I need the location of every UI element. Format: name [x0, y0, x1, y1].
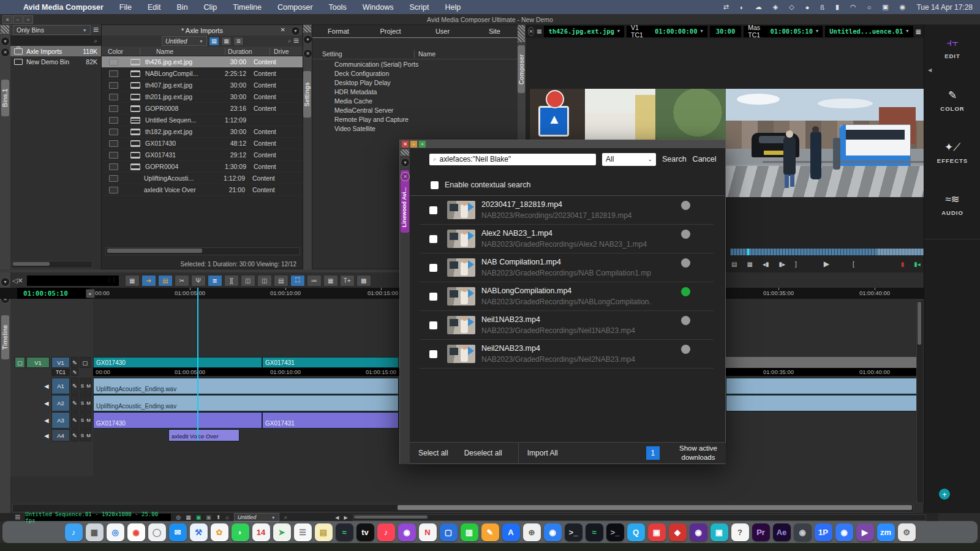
effects-palette-icon[interactable]: ▦: [323, 275, 338, 287]
a2-speaker-icon[interactable]: ◀: [43, 395, 50, 411]
settings-item[interactable]: Media Cache: [312, 96, 521, 105]
master-tc-display[interactable]: Mas TC1 01:00:05:10 ▼: [744, 26, 823, 37]
dock-app-audio-editor[interactable]: ≈: [336, 523, 353, 541]
show-active-downloads-button[interactable]: Show active downloads: [679, 444, 717, 462]
source-clip-selector[interactable]: th426.jpg.ext.jpg▼: [544, 26, 624, 37]
green-media-icon[interactable]: ▣: [196, 514, 202, 520]
bin-filter-dropdown[interactable]: Only Bins▼: [13, 25, 91, 35]
settings-item[interactable]: Deck Configuration: [312, 69, 521, 78]
dock-app-red-diamond[interactable]: ◆: [669, 523, 687, 541]
dock-app-preview[interactable]: ▣: [648, 523, 666, 541]
search-result-row[interactable]: 20230417_182819.mp4 NAB2023/Recordings/2…: [420, 196, 714, 225]
render-icon[interactable]: ▩: [356, 275, 371, 287]
scroll-left-icon[interactable]: ◀: [335, 515, 339, 520]
timeline-clip-v1[interactable]: GX017430: [93, 357, 262, 368]
clip-color-chip[interactable]: [109, 82, 118, 89]
search-icon[interactable]: ⌕: [284, 514, 288, 521]
dock-app-settings[interactable]: ⚙: [898, 523, 916, 541]
plugin-rail-tab[interactable]: ✕ Linewood Avi...: [401, 170, 409, 233]
menu-item[interactable]: Timeline: [233, 3, 262, 12]
timeline-clip-a4[interactable]: axledit Voice Over: [168, 429, 239, 441]
dock-app-photos[interactable]: ✿: [211, 523, 228, 541]
scroll-right-icon[interactable]: ▶: [344, 515, 348, 520]
rail-menu-button[interactable]: ▾: [303, 35, 312, 44]
bin-clip-row[interactable]: Untitled Sequen... 1:12:09: [102, 114, 303, 126]
dock-app-news[interactable]: N: [419, 523, 437, 541]
a2-pencil-icon[interactable]: ✎: [71, 395, 78, 411]
bin-hamburger-icon[interactable]: ≡: [293, 36, 299, 47]
bin-clip-row[interactable]: GOPR0004 1:30:09 Content: [102, 161, 303, 173]
timeline-playhead[interactable]: [197, 288, 198, 441]
dock-app-finder[interactable]: ◯: [148, 523, 166, 541]
sidebar-item-audio[interactable]: ≈≋ AUDIO: [924, 193, 980, 216]
diamond-dim-icon[interactable]: ◇: [789, 3, 794, 11]
script-view-button[interactable]: ≣: [233, 37, 244, 46]
dock-app-terminal2[interactable]: >_: [606, 523, 624, 541]
bin-clip-row[interactable]: GX017431 29:12 Content: [102, 149, 303, 161]
diamond-app-icon[interactable]: ◈: [773, 3, 778, 11]
audio-settings-icon[interactable]: ≔: [307, 275, 322, 287]
red-marker-icon[interactable]: ▮: [901, 261, 905, 268]
download-status-icon[interactable]: [681, 316, 690, 325]
download-status-icon[interactable]: [681, 258, 690, 268]
cancel-button[interactable]: Cancel: [693, 155, 717, 163]
close-icon[interactable]: ✕: [281, 26, 285, 33]
settings-col-setting[interactable]: Setting: [322, 50, 414, 58]
dock-app-notes[interactable]: ▤: [315, 523, 333, 541]
bluetooth-icon[interactable]: ß: [820, 4, 824, 11]
search-result-row[interactable]: NAB Compilation1.mp4 NAB2023/GradedRecor…: [420, 253, 714, 282]
menu-item[interactable]: Clip: [204, 3, 217, 12]
bin-clip-row[interactable]: GOPR0008 23:16 Content: [102, 103, 303, 114]
dock-app-screenshare[interactable]: ▢: [440, 523, 458, 541]
menu-item[interactable]: File: [119, 3, 132, 12]
composer-close-icon[interactable]: ✕: [528, 27, 534, 36]
record-dot-icon[interactable]: ◎: [176, 514, 181, 520]
dock-app-search-blue[interactable]: Q: [627, 523, 645, 541]
composer-rail-tab[interactable]: Composer: [518, 45, 525, 93]
teal-search-icon[interactable]: ●: [805, 4, 810, 11]
rail-close-button[interactable]: ✕: [1, 48, 10, 57]
search-result-row[interactable]: Neil2NAB23.mp4 NAB2023/GradedRecordings/…: [420, 340, 714, 369]
bin-clip-row[interactable]: th182.jpg.ext.jpg 30:00 Content: [102, 126, 303, 138]
battery-icon[interactable]: ▮: [835, 3, 839, 11]
dock-app-calendar[interactable]: 14: [252, 523, 270, 541]
settings-tab[interactable]: Format: [312, 25, 364, 38]
bin-sidebar-hscrollbar[interactable]: [12, 261, 92, 268]
sidebar-item-edit[interactable]: ⫞⫟ EDIT: [924, 37, 980, 59]
result-checkbox[interactable]: [429, 293, 437, 301]
result-checkbox[interactable]: [429, 350, 437, 358]
settings-item[interactable]: Remote Play and Capture: [312, 114, 521, 124]
v1-source-track-button[interactable]: V1: [26, 357, 50, 368]
dock-app-blue-globe[interactable]: ◉: [544, 523, 562, 541]
clip-color-chip[interactable]: [109, 94, 118, 100]
bottom-hscrollbar[interactable]: [353, 514, 926, 521]
home-icon[interactable]: ⌂: [225, 514, 228, 520]
bin-list-item[interactable]: Axle Imports 118K: [10, 46, 101, 56]
dock-app-terminal[interactable]: >_: [565, 523, 582, 541]
dock-app-purple-circle[interactable]: ◉: [690, 523, 707, 541]
wifi-icon[interactable]: ◠: [850, 3, 856, 11]
search-result-row[interactable]: Neil1NAB23.mp4 NAB2023/GradedRecordings/…: [420, 311, 714, 340]
timeline-clip-a3[interactable]: GX017430: [93, 412, 262, 429]
select-all-button[interactable]: Select all: [418, 449, 448, 457]
mark-in-icon[interactable]: [: [853, 261, 854, 268]
grid-icon[interactable]: ▦: [916, 28, 921, 35]
dock-app-maps[interactable]: ➤: [273, 523, 291, 541]
timeline-clip-a2[interactable]: UpliftingAcoustic_Ending.wav: [93, 395, 399, 411]
timeline-vscrollbar[interactable]: [916, 300, 924, 503]
a1-record-track-button[interactable]: A1: [51, 378, 70, 394]
search-result-row[interactable]: NABLongCompilation.mp4 NAB2023/GradedRec…: [420, 282, 714, 311]
dock-app-blue-dot[interactable]: ◉: [835, 523, 853, 541]
a2-solo-button[interactable]: S: [80, 395, 85, 411]
settings-item[interactable]: HDR Metadata: [312, 87, 521, 96]
cloud-icon[interactable]: ☁: [755, 3, 762, 11]
film-icon[interactable]: ▦: [186, 514, 191, 520]
bins-rail-tab[interactable]: Bins.1: [1, 80, 9, 116]
menu-item[interactable]: Windows: [363, 3, 394, 12]
dock-app-reminders[interactable]: ☰: [294, 523, 312, 541]
replace-edit-icon[interactable]: ◫: [257, 275, 272, 287]
settings-rail-tab[interactable]: Settings: [303, 71, 311, 118]
v1-source-monitor-button[interactable]: ▢: [15, 357, 25, 368]
a4-mute-button[interactable]: M: [86, 429, 91, 441]
dock-app-music[interactable]: ♪: [377, 523, 395, 541]
